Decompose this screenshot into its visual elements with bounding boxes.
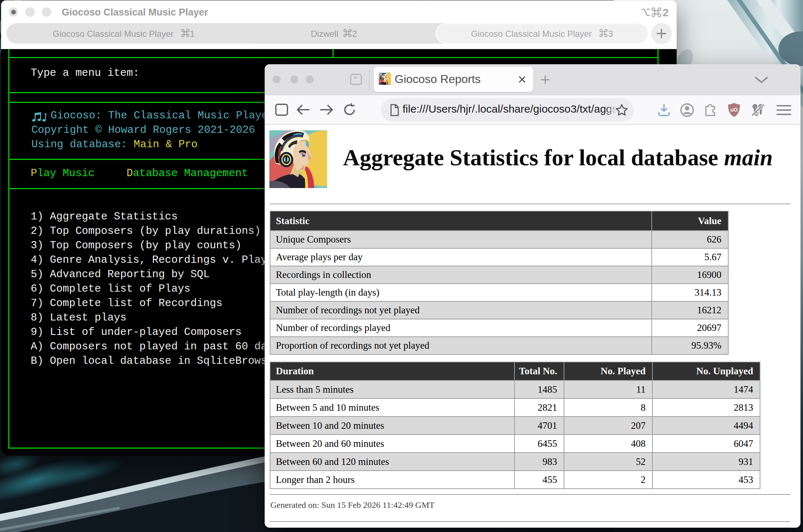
svg-text:uO: uO — [730, 107, 738, 113]
